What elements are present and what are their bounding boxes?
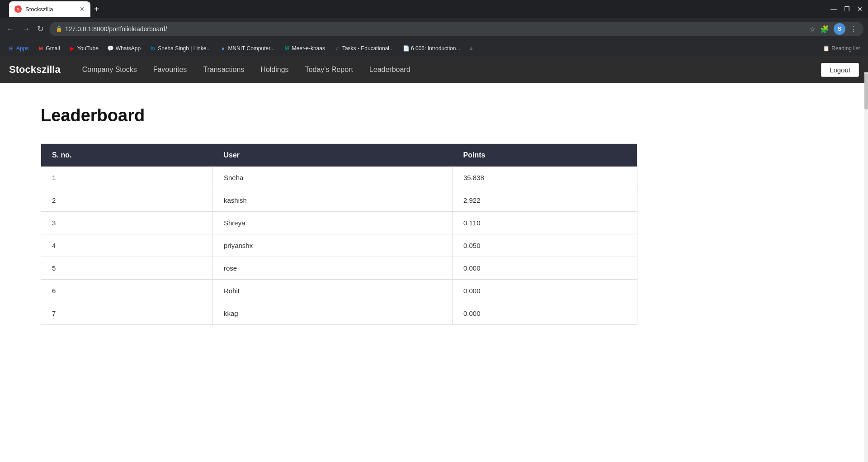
cell-sno: 5 [41,257,213,280]
scrollbar-thumb[interactable] [864,73,868,110]
extensions-icon[interactable]: 🧩 [820,25,829,33]
table-body: 1 Sneha 35.838 2 kashish 2.922 3 Shreya … [41,167,637,325]
avatar-letter: S [838,26,841,32]
bookmark-linkedin-label: Sneha Singh | Linke... [158,45,211,52]
cell-sno: 3 [41,212,213,234]
cell-sno: 4 [41,234,213,257]
cell-points: 0.000 [453,257,637,280]
col-header-sno: S. no. [41,144,213,167]
table-header: S. no. User Points [41,144,637,167]
bookmark-apps-label: Apps [16,45,28,52]
bookmark-youtube[interactable]: ▶ YouTube [66,44,102,53]
cell-user: Shreya [213,212,453,234]
tab-favicon: S [14,5,22,13]
bookmark-linkedin[interactable]: in Sneha Singh | Linke... [146,44,214,53]
cell-user: kkag [213,302,453,325]
lock-icon: 🔒 [56,26,62,32]
app-nav-links: Company Stocks Favourites Transactions H… [74,56,821,83]
nav-todays-report[interactable]: Today's Report [297,56,361,83]
reading-list-button[interactable]: 📋 Reading list [819,44,863,53]
url-display: 127.0.0.1:8000/portfolioleaderboard/ [65,25,167,33]
col-header-user: User [213,144,453,167]
cell-user: rose [213,257,453,280]
cell-points: 0.000 [453,302,637,325]
maximize-button[interactable]: ❐ [844,5,850,13]
cell-user: priyanshx [213,234,453,257]
window-controls: — ❐ ✕ [830,5,863,13]
bookmark-tasks-label: Tasks - Educational... [342,45,394,52]
active-tab[interactable]: S Stockszilla ✕ [9,1,90,17]
apps-icon: ⊞ [8,45,14,52]
nav-favourites[interactable]: Favourites [145,56,195,83]
bookmark-whatsapp[interactable]: 💬 WhatsApp [104,44,144,53]
menu-icon[interactable]: ⋮ [850,25,857,33]
cell-sno: 1 [41,167,213,189]
col-header-points: Points [453,144,637,167]
tab-close-button[interactable]: ✕ [80,5,85,13]
cell-user: kashish [213,189,453,212]
cell-points: 2.922 [453,189,637,212]
cell-points: 0.000 [453,280,637,302]
table-header-row: S. no. User Points [41,144,637,167]
profile-avatar[interactable]: S [834,23,845,35]
gmail-icon: M [38,45,44,52]
logout-button[interactable]: Logout [821,63,859,77]
nav-leaderboard[interactable]: Leaderboard [361,56,419,83]
app-brand[interactable]: Stockszilla [9,64,61,76]
bookmark-mnnit-label: MNNIT Computer... [228,45,274,52]
title-bar: S Stockszilla ✕ + — ❐ ✕ [0,0,868,18]
whatsapp-icon: 💬 [108,45,114,52]
bookmark-mit-label: 6.006: Introduction... [411,45,460,52]
bookmark-whatsapp-label: WhatsApp [116,45,141,52]
cell-user: Rohit [213,280,453,302]
back-button[interactable]: ← [5,23,16,36]
bookmark-gmail[interactable]: M Gmail [34,44,63,53]
bookmark-mit[interactable]: 📄 6.006: Introduction... [399,44,464,53]
table-row: 1 Sneha 35.838 [41,167,637,189]
mit-icon: 📄 [403,45,409,52]
minimize-button[interactable]: — [830,5,837,13]
youtube-icon: ▶ [69,45,75,52]
cell-sno: 6 [41,280,213,302]
table-row: 7 kkag 0.000 [41,302,637,325]
table-row: 3 Shreya 0.110 [41,212,637,234]
cell-sno: 2 [41,189,213,212]
app-navbar: Stockszilla Company Stocks Favourites Tr… [0,56,868,83]
main-content: Leaderboard S. no. User Points 1 Sneha 3… [0,83,868,364]
bookmark-youtube-label: YouTube [77,45,99,52]
linkedin-icon: in [150,45,156,52]
more-bookmarks-button[interactable]: » [466,44,476,53]
address-right: ☆ 🧩 S ⋮ [809,23,857,35]
scrollbar[interactable] [864,72,868,364]
meet-icon: M [284,45,290,52]
cell-points: 35.838 [453,167,637,189]
nav-company-stocks[interactable]: Company Stocks [74,56,145,83]
browser-chrome: S Stockszilla ✕ + — ❐ ✕ ← → ↻ 🔒 127.0.0.… [0,0,868,56]
bookmark-apps[interactable]: ⊞ Apps [5,44,32,53]
reload-button[interactable]: ↻ [35,22,46,36]
bookmark-meet[interactable]: M Meet-e-khaas [280,44,329,53]
tab-title: Stockszilla [25,6,53,13]
table-row: 2 kashish 2.922 [41,189,637,212]
page-title: Leaderboard [41,106,827,125]
bookmark-mnnit[interactable]: ● MNNIT Computer... [216,44,278,53]
new-tab-button[interactable]: + [90,4,103,14]
bookmarks-bar: ⊞ Apps M Gmail ▶ YouTube 💬 WhatsApp in S… [0,40,868,56]
bookmark-icon[interactable]: ☆ [809,25,816,33]
bookmark-gmail-label: Gmail [46,45,60,52]
table-row: 5 rose 0.000 [41,257,637,280]
cell-points: 0.110 [453,212,637,234]
mnnit-icon: ● [220,45,226,52]
nav-transactions[interactable]: Transactions [195,56,252,83]
bookmark-meet-label: Meet-e-khaas [292,45,325,52]
cell-points: 0.050 [453,234,637,257]
more-label: » [469,45,472,52]
cell-user: Sneha [213,167,453,189]
close-window-button[interactable]: ✕ [857,5,863,13]
nav-holdings[interactable]: Holdings [252,56,297,83]
table-row: 4 priyanshx 0.050 [41,234,637,257]
bookmark-tasks[interactable]: ✓ Tasks - Educational... [330,44,397,53]
tasks-icon: ✓ [334,45,340,52]
forward-button[interactable]: → [20,23,32,36]
address-box[interactable]: 🔒 127.0.0.1:8000/portfolioleaderboard/ ☆… [49,22,863,36]
